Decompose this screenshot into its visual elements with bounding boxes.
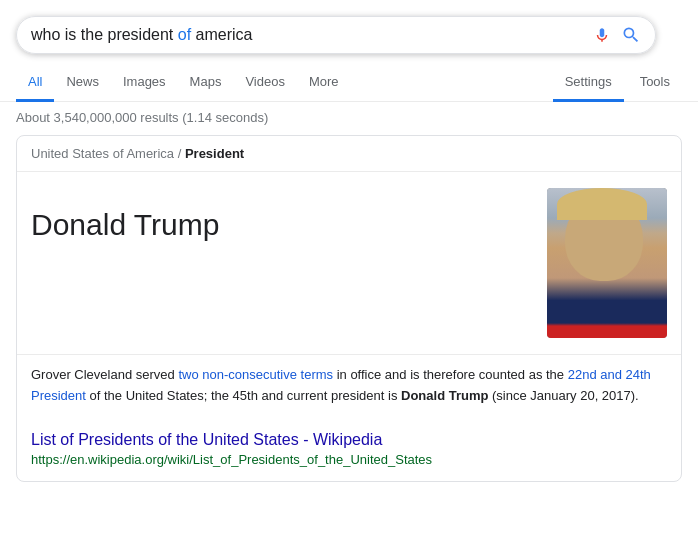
card-description: Grover Cleveland served two non-consecut…: [17, 354, 681, 421]
tab-tools[interactable]: Tools: [628, 64, 682, 102]
desc-text-4: (since January 20, 2017).: [488, 388, 638, 403]
nav-tabs: All News Images Maps Videos More Setting…: [0, 64, 698, 102]
wikipedia-url: https://en.wikipedia.org/wiki/List_of_Pr…: [31, 452, 432, 467]
desc-text-2: in office and is therefore counted as th…: [333, 367, 568, 382]
tab-maps[interactable]: Maps: [178, 64, 234, 102]
knowledge-card: United States of America / President Don…: [16, 135, 682, 482]
trump-portrait-graphic: [547, 188, 667, 338]
wikipedia-link[interactable]: List of Presidents of the United States …: [31, 431, 667, 449]
tab-all[interactable]: All: [16, 64, 54, 102]
search-icons: [593, 25, 641, 45]
results-count: About 3,540,000,000 results (1.14 second…: [0, 102, 698, 135]
query-suffix: america: [191, 26, 252, 43]
president-image: [547, 188, 667, 338]
tab-more[interactable]: More: [297, 64, 351, 102]
nav-right: Settings Tools: [553, 64, 682, 101]
nav-left: All News Images Maps Videos More: [16, 64, 553, 101]
desc-text-3: of the United States; the 45th and curre…: [86, 388, 401, 403]
search-bar-container: who is the president of america: [0, 0, 698, 64]
card-main: Donald Trump: [17, 172, 681, 354]
desc-two: two: [178, 367, 198, 382]
desc-non-consec: non-consecutive: [199, 367, 301, 382]
breadcrumb-plain: United States of America /: [31, 146, 185, 161]
tab-videos[interactable]: Videos: [233, 64, 297, 102]
query-prefix: who is the president: [31, 26, 178, 43]
wiki-link-section: List of Presidents of the United States …: [17, 421, 681, 481]
card-breadcrumb: United States of America / President: [17, 136, 681, 172]
breadcrumb-bold: President: [185, 146, 244, 161]
card-title-section: Donald Trump: [31, 188, 547, 242]
search-icon[interactable]: [621, 25, 641, 45]
desc-terms: terms: [301, 367, 334, 382]
card-title: Donald Trump: [31, 208, 547, 242]
search-bar[interactable]: who is the president of america: [16, 16, 656, 54]
desc-trump-name: Donald Trump: [401, 388, 488, 403]
desc-text-1: Grover Cleveland served: [31, 367, 178, 382]
tab-settings[interactable]: Settings: [553, 64, 624, 102]
microphone-icon[interactable]: [593, 26, 611, 44]
search-input[interactable]: who is the president of america: [31, 26, 593, 44]
query-highlight: of: [178, 26, 191, 43]
tab-news[interactable]: News: [54, 64, 111, 102]
tab-images[interactable]: Images: [111, 64, 178, 102]
